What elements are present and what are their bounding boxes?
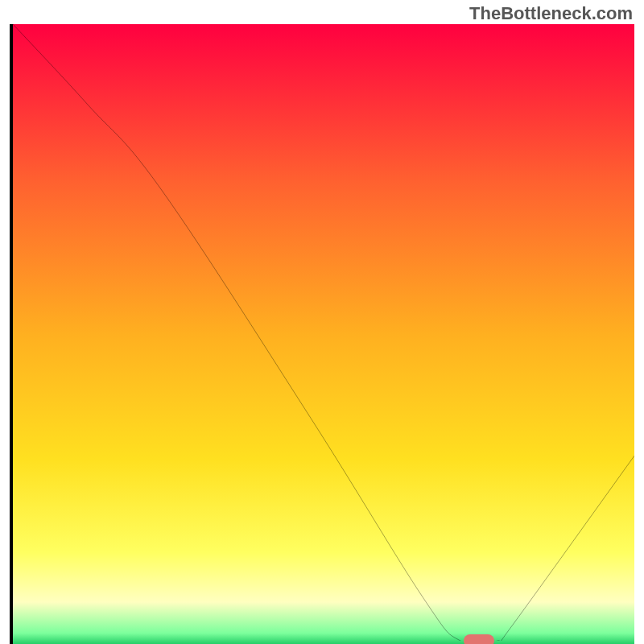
bottleneck-line xyxy=(13,24,634,641)
site-watermark: TheBottleneck.com xyxy=(469,3,633,24)
chart-area xyxy=(10,24,634,644)
optimal-point-marker xyxy=(464,634,494,644)
